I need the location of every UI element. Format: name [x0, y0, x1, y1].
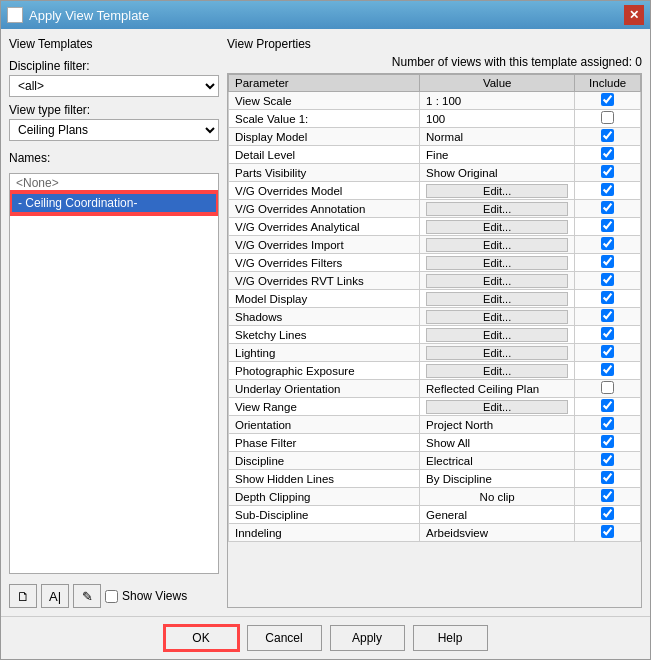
include-cell[interactable] — [575, 470, 641, 488]
help-button[interactable]: Help — [413, 625, 488, 651]
include-checkbox[interactable] — [601, 201, 614, 214]
edit-button[interactable]: Edit... — [426, 400, 568, 414]
cancel-button[interactable]: Cancel — [247, 625, 322, 651]
include-checkbox[interactable] — [601, 453, 614, 466]
include-cell[interactable] — [575, 236, 641, 254]
include-checkbox[interactable] — [601, 255, 614, 268]
param-cell: Underlay Orientation — [229, 380, 420, 398]
view-type-filter-dropdown[interactable]: Ceiling Plans — [9, 119, 219, 141]
include-checkbox[interactable] — [601, 435, 614, 448]
show-views-checkbox[interactable] — [105, 590, 118, 603]
include-cell[interactable] — [575, 398, 641, 416]
edit-button[interactable]: Edit... — [426, 292, 568, 306]
include-cell[interactable] — [575, 362, 641, 380]
duplicate-template-button[interactable]: A| — [41, 584, 69, 608]
include-cell[interactable] — [575, 344, 641, 362]
properties-table-container: Parameter Value Include View Scale1 : 10… — [227, 73, 642, 608]
include-cell[interactable] — [575, 380, 641, 398]
properties-table: Parameter Value Include View Scale1 : 10… — [228, 74, 641, 542]
names-list-item-ceiling[interactable]: - Ceiling Coordination- — [10, 192, 218, 214]
table-row: Depth ClippingNo clip — [229, 488, 641, 506]
include-checkbox[interactable] — [601, 345, 614, 358]
edit-button[interactable]: Edit... — [426, 238, 568, 252]
include-cell[interactable] — [575, 272, 641, 290]
edit-button[interactable]: Edit... — [426, 364, 568, 378]
include-checkbox[interactable] — [601, 417, 614, 430]
show-views-label[interactable]: Show Views — [105, 589, 187, 603]
table-row: Parts VisibilityShow Original — [229, 164, 641, 182]
include-header: Include — [575, 75, 641, 92]
include-cell[interactable] — [575, 146, 641, 164]
param-cell: V/G Overrides RVT Links — [229, 272, 420, 290]
include-cell[interactable] — [575, 452, 641, 470]
include-checkbox[interactable] — [601, 399, 614, 412]
ok-button[interactable]: OK — [164, 625, 239, 651]
include-checkbox[interactable] — [601, 525, 614, 538]
include-cell[interactable] — [575, 506, 641, 524]
include-checkbox[interactable] — [601, 363, 614, 376]
param-cell: Phase Filter — [229, 434, 420, 452]
value-cell: Edit... — [420, 182, 575, 200]
title-bar-left: Apply View Template — [7, 7, 149, 23]
include-checkbox[interactable] — [601, 183, 614, 196]
param-cell: Inndeling — [229, 524, 420, 542]
include-checkbox[interactable] — [601, 237, 614, 250]
discipline-filter-label: Discipline filter: — [9, 59, 219, 73]
include-cell[interactable] — [575, 290, 641, 308]
param-cell: Show Hidden Lines — [229, 470, 420, 488]
edit-button[interactable]: Edit... — [426, 184, 568, 198]
close-button[interactable]: ✕ — [624, 5, 644, 25]
include-checkbox[interactable] — [601, 381, 614, 394]
include-cell[interactable] — [575, 182, 641, 200]
include-checkbox[interactable] — [601, 273, 614, 286]
include-cell[interactable] — [575, 434, 641, 452]
value-cell: Edit... — [420, 398, 575, 416]
edit-button[interactable]: Edit... — [426, 346, 568, 360]
include-checkbox[interactable] — [601, 165, 614, 178]
param-cell: Scale Value 1: — [229, 110, 420, 128]
include-checkbox[interactable] — [601, 93, 614, 106]
include-checkbox[interactable] — [601, 111, 614, 124]
include-checkbox[interactable] — [601, 309, 614, 322]
include-cell[interactable] — [575, 488, 641, 506]
names-list[interactable]: <None> - Ceiling Coordination- — [9, 173, 219, 574]
include-checkbox[interactable] — [601, 471, 614, 484]
include-cell[interactable] — [575, 254, 641, 272]
value-cell: Edit... — [420, 362, 575, 380]
value-cell: Reflected Ceiling Plan — [420, 380, 575, 398]
names-list-item-none[interactable]: <None> — [10, 174, 218, 192]
edit-button[interactable]: Edit... — [426, 202, 568, 216]
include-cell[interactable] — [575, 110, 641, 128]
include-cell[interactable] — [575, 524, 641, 542]
apply-button[interactable]: Apply — [330, 625, 405, 651]
include-cell[interactable] — [575, 326, 641, 344]
table-row: LightingEdit... — [229, 344, 641, 362]
include-checkbox[interactable] — [601, 507, 614, 520]
param-header: Parameter — [229, 75, 420, 92]
discipline-filter-dropdown[interactable]: <all> — [9, 75, 219, 97]
include-cell[interactable] — [575, 218, 641, 236]
value-cell: Edit... — [420, 272, 575, 290]
edit-button[interactable]: Edit... — [426, 310, 568, 324]
edit-button[interactable]: Edit... — [426, 256, 568, 270]
include-cell[interactable] — [575, 308, 641, 326]
edit-button[interactable]: Edit... — [426, 274, 568, 288]
include-checkbox[interactable] — [601, 489, 614, 502]
param-cell: V/G Overrides Analytical — [229, 218, 420, 236]
include-cell[interactable] — [575, 416, 641, 434]
rename-template-button[interactable]: ✎ — [73, 584, 101, 608]
include-checkbox[interactable] — [601, 291, 614, 304]
include-checkbox[interactable] — [601, 219, 614, 232]
include-cell[interactable] — [575, 200, 641, 218]
include-cell[interactable] — [575, 128, 641, 146]
edit-button[interactable]: Edit... — [426, 328, 568, 342]
value-cell: Edit... — [420, 308, 575, 326]
include-cell[interactable] — [575, 92, 641, 110]
include-checkbox[interactable] — [601, 327, 614, 340]
include-checkbox[interactable] — [601, 129, 614, 142]
new-template-button[interactable]: 🗋 — [9, 584, 37, 608]
value-cell: Edit... — [420, 218, 575, 236]
include-cell[interactable] — [575, 164, 641, 182]
include-checkbox[interactable] — [601, 147, 614, 160]
edit-button[interactable]: Edit... — [426, 220, 568, 234]
